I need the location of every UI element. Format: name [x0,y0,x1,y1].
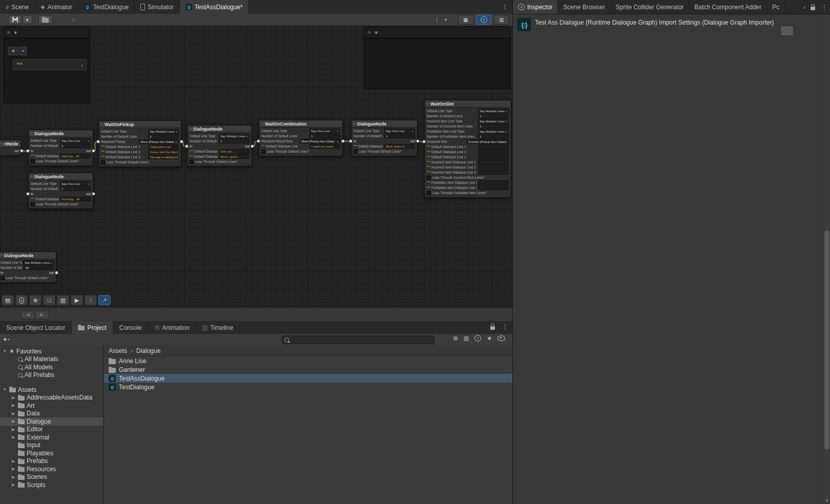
node-dropdown-field[interactable]: Say One Line▾ [309,129,340,133]
node-title-bar[interactable]: ≡DialogueNode [29,173,93,180]
visibility-toggle[interactable] [497,335,507,341]
output-port-icon[interactable] [251,144,254,148]
dialogue-line-field[interactable]: Pool boy... W [60,197,91,201]
foldout-arrow-icon[interactable]: ▶ [11,482,16,487]
asset-item-gardener[interactable]: Gardener [104,365,512,374]
foldout-arrow-icon[interactable]: ▶ [11,427,16,432]
more-menu-icon[interactable]: ⋮ [501,323,509,330]
graph-node-dialoguenode[interactable]: ≡DialogueNodeDefault Line TypeSay One Li… [28,173,93,209]
folder-item-resources[interactable]: ▶Resources [0,465,103,473]
input-port-icon[interactable] [257,139,260,143]
inspector-tab-inspector[interactable]: iInspector [513,0,558,14]
folder-item-scenes[interactable]: ▶Scenes [0,473,103,481]
inspector-tab-batch-component-adder[interactable]: Batch Component Adder [689,0,767,14]
info-icon[interactable]: i [15,295,28,305]
node-dropdown-field[interactable]: Say Multiple Lines▾ [219,134,250,138]
dialogue-line-field[interactable]: I need my meat! [309,144,340,149]
checkbox[interactable] [427,191,431,195]
inspector-scrollbar[interactable]: ▼ [823,14,830,503]
node-title-bar[interactable]: ≡DialogueNode [0,252,56,259]
node-number-field[interactable]: 2 [219,139,250,143]
inspector-tab-scene-browser[interactable]: Scene Browser [558,0,610,14]
folder-item-data[interactable]: ▶Data [0,410,103,418]
previous-error-button[interactable]: ◀ [21,311,35,319]
foldout-arrow-icon[interactable]: ▶ [11,419,16,424]
editor-tab-animator[interactable]: ◈Animator [35,0,78,14]
input-port-icon[interactable] [349,139,352,143]
graph-canvas[interactable]: ≡rtNodeout≡DialogueNodeDefault Line Type… [0,26,512,307]
folder-item-addressableassetsdata[interactable]: ▶AddressableAssetsData [0,394,103,402]
node-title-bar[interactable]: ≡DialogueNode [188,125,252,133]
dialogue-line-field[interactable] [478,155,509,159]
dialogue-line-field[interactable]: Had boy... W [60,154,91,158]
dialogue-line-field[interactable]: Mmm, good.... [219,154,250,159]
folder-item-input[interactable]: Input [0,442,103,450]
node-dropdown-field[interactable]: Say Multiple Lines▾ [148,129,179,134]
add-property-button[interactable]: + [8,47,18,55]
tab-timeline[interactable]: ◫Timeline [196,321,240,334]
checkbox[interactable] [31,159,35,163]
blackboard-property-speakername[interactable]: ““ ‹ [13,59,87,70]
graph-node-dialoguenode[interactable]: ≡DialogueNodeDefault Line TypeSay One Li… [351,120,418,156]
output-port-icon[interactable] [92,192,95,196]
node-dropdown-field[interactable]: Say Multiple Lines▾ [23,260,54,265]
folder-item-prefabs[interactable]: ▶Prefabs [0,457,103,466]
node-title-bar[interactable]: ≡DialogueNode [29,130,93,137]
checkbox[interactable] [1,276,5,280]
dialogue-line-field[interactable]: Mmh, that's it! [384,144,415,149]
graph-node-waitonslot[interactable]: ≡WaitOnSlotDefault Line TypeSay Multiple… [424,100,511,198]
favorites-item-all-models[interactable]: All Models [0,363,103,371]
node-title-bar[interactable]: ≡rtNode [0,140,21,148]
graph-inspector-panel[interactable]: ≡ ▼ [364,27,511,89]
node-dropdown-field[interactable]: Say One Line▾ [60,181,91,186]
dialogue-line-field[interactable] [478,165,509,170]
favorites-item-all-prefabs[interactable]: All Prefabs [0,371,103,380]
node-number-field[interactable]: 1 [309,134,340,138]
graph-inspector-header[interactable]: ≡ ▼ [364,27,510,38]
checkbox[interactable] [261,150,265,154]
node-number-field[interactable]: 3 [148,134,179,139]
blackboard-header[interactable]: ≡ ▼ [4,27,90,38]
dialogue-line-field[interactable] [478,160,509,164]
open-folder-button[interactable] [38,15,52,24]
folder-item-scripts[interactable]: ▶Scripts [0,481,103,489]
dialogue-line-field[interactable]: Ohh yes.... [219,149,250,154]
dialogue-line-field[interactable] [478,185,509,190]
graph-node-waitoncombination[interactable]: ≡WaitOnCombinationDefault Line TypeSay O… [259,120,343,156]
tab-scroll-chevron-icon[interactable]: › [803,4,805,10]
project-search[interactable] [282,335,434,344]
dialogue-line-field[interactable] [478,170,509,175]
lock-icon[interactable] [490,326,495,330]
node-number-field[interactable]: 1 [60,143,91,148]
foldout-arrow-icon[interactable]: ▶ [11,459,16,464]
folder-item-dialogue[interactable]: ▶Dialogue [0,417,103,426]
favorites-header[interactable]: ▼★Favorites [0,347,103,355]
node-number-field[interactable]: 3 [478,114,509,118]
checkbox[interactable] [427,176,431,180]
folder-item-art[interactable]: ▶Art [0,402,103,410]
node-title-bar[interactable]: ≡DialogueNode [351,120,417,128]
layout-icon[interactable]: ▥ [57,295,69,305]
more-icon[interactable]: ⋮ [85,295,97,305]
node-number-field[interactable]: 3 [478,124,509,129]
lock-icon[interactable] [811,7,815,10]
more-menu-icon[interactable]: ⋮ [502,3,508,10]
layout-icon[interactable]: ▦ [458,15,473,25]
input-port-icon[interactable] [26,192,30,196]
more-menu-icon[interactable]: ⋮ [820,4,828,11]
dialogue-line-field[interactable]: The ass is waiting there for you! [148,155,179,159]
editor-tab-testdialogue[interactable]: {:}TestDialogue [78,0,135,14]
info-toggle-icon[interactable]: i [476,15,491,25]
stats-icon[interactable]: ▥ [494,15,509,25]
foldout-arrow-icon[interactable]: ▶ [11,475,16,479]
save-dropdown-button[interactable]: ▾ [23,15,32,24]
dialogue-line-field[interactable]: I said pick it up! [148,144,179,149]
input-port-icon[interactable] [26,149,30,153]
node-dropdown-field[interactable]: Say Multiple Lines▾ [478,119,509,123]
graph-node-waitonpickup[interactable]: ≡WaitOnPickupDefault Line TypeSay Multip… [98,120,181,167]
tools-icon[interactable]: ⊕ [29,295,42,305]
node-dropdown-field[interactable]: Say One Line▾ [60,138,91,143]
foldout-arrow-icon[interactable]: ▼ [374,30,379,35]
folder-item-playables[interactable]: Playables [0,449,103,457]
node-title-bar[interactable]: ≡WaitOnPickup [99,121,181,128]
